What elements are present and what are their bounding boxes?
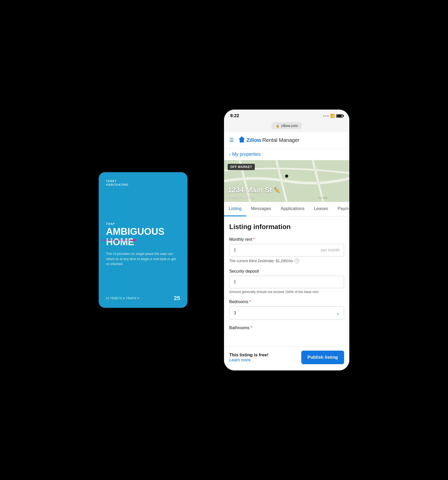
zestimate-text: The current Rent Zestimate: $1,295/mo bbox=[229, 259, 293, 263]
hamburger-icon[interactable]: ☰ bbox=[229, 137, 234, 143]
url-pill[interactable]: 🔒 zillow.com bbox=[272, 122, 302, 129]
address-main-text: 1234 Main St bbox=[228, 186, 272, 194]
phone-wrapper: 8:22 📶 🔒 zillow.com bbox=[224, 110, 349, 370]
tabs: Listing Messages Applications Leases Pay… bbox=[224, 202, 349, 217]
card-label-tenet: TENET bbox=[106, 179, 180, 183]
security-deposit-hint: Amount generally should not exceed 150% … bbox=[229, 290, 344, 294]
card-footer-copyright: UI TENETS & TRAPS © bbox=[106, 297, 139, 300]
svg-marker-0 bbox=[239, 136, 245, 142]
card-description: The UI provides no single place the user… bbox=[106, 251, 180, 267]
card-label-habituating: HABITUATING bbox=[106, 183, 180, 186]
map-marker bbox=[285, 175, 288, 178]
security-deposit-input[interactable]: $ bbox=[229, 276, 344, 288]
bedrooms-label: Bedrooms * bbox=[229, 299, 344, 304]
tab-messages[interactable]: Messages bbox=[246, 202, 276, 216]
arrow-head bbox=[133, 238, 136, 242]
wifi-icon: 📶 bbox=[330, 114, 335, 118]
per-month-suffix: per month bbox=[321, 248, 340, 253]
lock-icon: 🔒 bbox=[276, 124, 280, 128]
address-main: 1234 Main St ✏️ bbox=[228, 186, 280, 194]
address-bar[interactable]: 🔒 zillow.com bbox=[224, 121, 349, 132]
zillow-logo-text: Zillow bbox=[246, 137, 261, 143]
phone-mockup: 8:22 📶 🔒 zillow.com bbox=[224, 110, 349, 370]
chevron-down-icon: ⌄ bbox=[336, 310, 340, 316]
card-top-labels: TENET HABITUATING bbox=[106, 179, 180, 186]
bottom-bar: This listing is free! Learn more Publish… bbox=[224, 346, 349, 370]
card-trap-label: TRAP bbox=[106, 222, 180, 225]
arrow-line bbox=[102, 240, 133, 240]
status-icons: 📶 bbox=[323, 114, 343, 118]
chevron-left-icon: ‹ bbox=[229, 152, 231, 157]
dollar-prefix: $ bbox=[234, 248, 236, 253]
signal-dot-1 bbox=[323, 115, 325, 117]
battery-fill bbox=[337, 115, 342, 117]
card-footer: UI TENETS & TRAPS © 25 bbox=[106, 295, 180, 302]
required-star: * bbox=[253, 237, 255, 242]
tab-payments[interactable]: Paym bbox=[333, 202, 349, 216]
status-time: 8:22 bbox=[230, 113, 239, 118]
monthly-rent-label: Monthly rent * bbox=[229, 237, 344, 242]
edit-icon[interactable]: ✏️ bbox=[274, 187, 280, 193]
monthly-rent-input[interactable]: $ per month bbox=[229, 244, 344, 256]
bottom-left: This listing is free! Learn more bbox=[229, 352, 268, 362]
card-main-content: TRAP AMBIGUOUS HOME The UI provides no s… bbox=[106, 222, 180, 267]
map-area: Google OFF MARKET 1234 Main St ✏️ Akron,… bbox=[224, 160, 349, 202]
breadcrumb[interactable]: ‹ My properties bbox=[224, 148, 349, 160]
learn-more-link[interactable]: Learn more bbox=[229, 358, 268, 362]
tab-applications[interactable]: Applications bbox=[276, 202, 309, 216]
zillow-logo: Zillow Rental Manager bbox=[238, 136, 299, 145]
off-market-badge: OFF MARKET bbox=[228, 164, 255, 170]
bedrooms-select[interactable]: 3 ⌄ bbox=[229, 306, 344, 320]
status-bar: 8:22 📶 bbox=[224, 110, 349, 121]
zillow-logo-mark bbox=[238, 136, 245, 145]
bedrooms-value: 3 bbox=[234, 311, 236, 315]
tab-leases[interactable]: Leases bbox=[309, 202, 333, 216]
monthly-rent-field: Monthly rent * $ per month The current R… bbox=[229, 237, 344, 263]
card-footer-number: 25 bbox=[174, 295, 180, 302]
security-deposit-field: Security deposit $ Amount generally shou… bbox=[229, 269, 344, 294]
card-title: AMBIGUOUS HOME bbox=[106, 226, 180, 247]
address-sub: Akron, PA 17501 bbox=[228, 195, 280, 199]
breadcrumb-label: My properties bbox=[232, 152, 261, 157]
signal-dot-3 bbox=[327, 115, 329, 117]
help-circle-icon[interactable]: ? bbox=[294, 259, 299, 263]
dollar-prefix-2: $ bbox=[234, 280, 236, 284]
signal-dot-2 bbox=[325, 115, 327, 117]
arrow bbox=[102, 238, 136, 242]
publish-listing-button[interactable]: Publish listing bbox=[301, 351, 344, 364]
tab-listing[interactable]: Listing bbox=[224, 202, 246, 216]
bedrooms-field: Bedrooms * 3 ⌄ bbox=[229, 299, 344, 320]
battery-icon bbox=[336, 114, 343, 118]
url-text: zillow.com bbox=[281, 124, 298, 128]
zillow-logo-sub: Rental Manager bbox=[262, 137, 299, 143]
bathrooms-label: Bathrooms * bbox=[229, 326, 344, 330]
top-nav: ☰ Zillow Rental Manager bbox=[224, 132, 349, 148]
free-listing-text: This listing is free! bbox=[229, 352, 268, 358]
bedrooms-required-star: * bbox=[249, 299, 251, 304]
svg-text:Google: Google bbox=[318, 196, 327, 199]
bathrooms-field: Bathrooms * bbox=[229, 326, 344, 330]
security-deposit-label: Security deposit bbox=[229, 269, 344, 274]
signal-dots-icon bbox=[323, 115, 329, 117]
browser-content: ☰ Zillow Rental Manager ‹ My properties bbox=[224, 132, 349, 370]
address-overlay: 1234 Main St ✏️ Akron, PA 17501 bbox=[228, 186, 280, 199]
section-title: Listing information bbox=[229, 223, 344, 231]
bathrooms-required-star: * bbox=[250, 326, 252, 330]
rent-zestimate: The current Rent Zestimate: $1,295/mo ? bbox=[229, 259, 344, 263]
